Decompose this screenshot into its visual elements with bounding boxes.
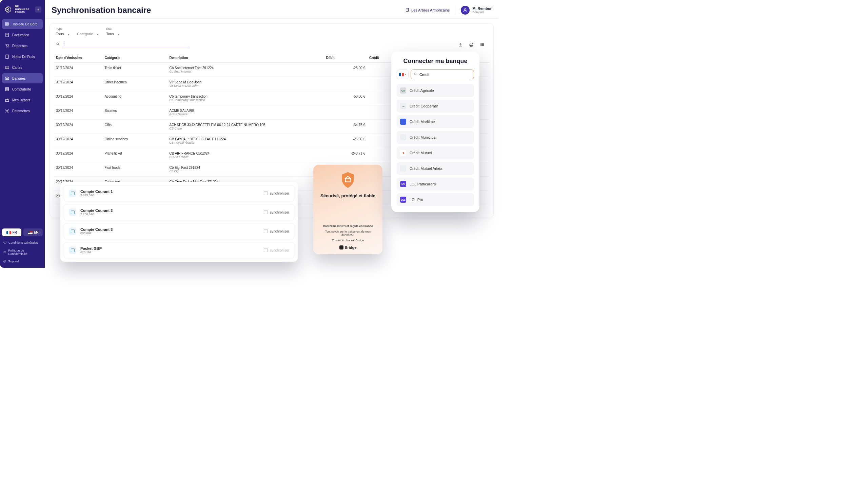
bank-item[interactable]: Crédit Municipal <box>397 131 474 144</box>
sidebar-item-label: Dépenses <box>12 44 27 48</box>
bank-name: Crédit Mutuel Arkéa <box>410 166 442 171</box>
bank-logo-icon: CA <box>400 87 406 94</box>
checkbox-icon <box>264 248 268 252</box>
filter-state-select[interactable]: Tous <box>106 31 120 37</box>
bank-name: LCL Pro <box>410 198 423 202</box>
user-greeting: Bonjour! <box>472 11 492 14</box>
note-icon <box>5 54 9 59</box>
col-debit[interactable]: Débit <box>324 53 367 63</box>
account-icon <box>69 208 76 216</box>
svg-point-18 <box>6 110 8 112</box>
account-name: Pocket GBP <box>80 246 260 251</box>
security-bridge-link[interactable]: En savoir plus sur Bridge <box>332 239 364 242</box>
download-icon[interactable] <box>458 42 463 47</box>
sidebar-item-mes-dépôts[interactable]: Mes Dépôts <box>2 95 43 105</box>
search-input[interactable] <box>66 41 189 45</box>
account-row[interactable]: Compte Courant 22 286,61€synchroniser <box>64 204 294 220</box>
col-description[interactable]: Description <box>167 53 324 63</box>
sidebar-item-dépenses[interactable]: Dépenses <box>2 41 43 51</box>
cell-description: Cb temporary transactionCb Temporary Tra… <box>167 91 324 105</box>
link-support[interactable]: ✆ Support <box>2 258 43 264</box>
bank-item[interactable]: CACrédit Agricole <box>397 84 474 97</box>
bank-item[interactable]: ccCrédit Coopératif <box>397 100 474 113</box>
flag-fr-icon <box>6 231 11 234</box>
sidebar-item-facturation[interactable]: Facturation <box>2 30 43 40</box>
cell-debit: -25.00 € <box>324 63 367 77</box>
cell-category: Gifts <box>102 120 167 134</box>
sidebar-item-banques[interactable]: Banques <box>2 73 43 83</box>
svg-rect-19 <box>406 8 409 12</box>
sidebar-item-notes-de-frais[interactable]: Notes De Frais <box>2 52 43 62</box>
svg-point-8 <box>6 47 7 47</box>
filter-row: Type Tous Catégorie <box>54 27 489 38</box>
user-chip[interactable]: M. Rembur Bonjour! <box>455 6 492 15</box>
help-icon: ⓘ <box>3 240 6 245</box>
sidebar-item-cartes[interactable]: Cartes <box>2 62 43 73</box>
sync-toggle[interactable]: synchroniser <box>264 210 289 214</box>
bank-search-box <box>411 69 474 79</box>
col-category[interactable]: Catégorie <box>102 53 167 63</box>
bank-logo-icon: ◆ <box>400 150 406 156</box>
search-box: | <box>63 40 189 47</box>
lang-en-button[interactable]: EN <box>23 228 43 236</box>
account-balance: 3 075,51€ <box>80 194 260 197</box>
invoice-icon <box>5 33 9 37</box>
col-date[interactable]: Date d'émission <box>54 53 102 63</box>
sync-toggle[interactable]: synchroniser <box>264 191 289 195</box>
brand-logo-icon <box>3 5 13 14</box>
columns-icon[interactable] <box>480 42 485 47</box>
svg-rect-4 <box>7 24 9 26</box>
shield-icon <box>340 172 356 188</box>
bank-item[interactable]: Crédit Mutuel Arkéa <box>397 162 474 175</box>
print-icon[interactable] <box>469 42 474 47</box>
svg-rect-31 <box>482 43 483 46</box>
cell-description: Cb Sncf Internet Fact 291224Cb Sncf Inte… <box>167 63 324 77</box>
bank-item[interactable]: LCLLCL Pro <box>397 193 474 206</box>
security-data-link[interactable]: Tout savoir sur le traitement de mes don… <box>319 230 376 237</box>
page-title: Synchronisation bancaire <box>52 5 151 15</box>
account-row[interactable]: Pocket GBP620,16€synchroniser <box>64 242 294 258</box>
sync-toggle[interactable]: synchroniser <box>264 229 289 233</box>
account-row[interactable]: Compte Courant 3800,00€synchroniser <box>64 223 294 239</box>
sidebar-item-label: Banques <box>12 77 25 80</box>
security-card: Sécurisé, protégé et fiable Conforme RGP… <box>313 165 382 254</box>
bank-item[interactable]: Crédit Maritime <box>397 115 474 128</box>
chevron-right-icon: › <box>353 233 354 237</box>
cell-date: 31/12/2024 <box>54 77 102 91</box>
sidebar-item-label: Facturation <box>12 33 29 37</box>
link-terms[interactable]: ⓘ Conditions Générales <box>2 239 43 246</box>
cell-category: Plane ticket <box>102 148 167 162</box>
search-icon <box>414 72 417 77</box>
company-link[interactable]: Les Arbres Armoricains <box>405 8 450 13</box>
cart-icon <box>5 43 9 48</box>
sidebar-item-tableau-de-bord[interactable]: Tableau De Bord <box>2 19 43 29</box>
sidebar-item-comptabilité[interactable]: Comptabilité <box>2 84 43 94</box>
cell-date: 30/12/2024 <box>54 120 102 134</box>
cell-debit: -50.00 € <box>324 91 367 105</box>
cell-description: CB AIR FRANCE 01/12/24CB Air France <box>167 148 324 162</box>
cell-date: 30/12/2024 <box>54 105 102 120</box>
bank-search-input[interactable] <box>419 73 471 77</box>
flag-us-icon <box>28 231 33 234</box>
avatar <box>461 6 470 15</box>
svg-rect-32 <box>483 43 484 46</box>
sidebar-collapse-button[interactable]: « <box>35 6 41 13</box>
bank-item[interactable]: LCLLCL Particuliers <box>397 178 474 191</box>
cell-debit: -248.71 € <box>324 148 367 162</box>
lang-fr-button[interactable]: FR <box>2 228 21 236</box>
bank-item[interactable]: ◆Crédit Mutuel <box>397 146 474 159</box>
country-select[interactable]: ▾ <box>397 69 409 79</box>
building-icon <box>405 8 409 13</box>
cell-date: 31/12/2024 <box>54 63 102 77</box>
cell-description: ACHAT CB 3X4XCBCETELEM 06.12.24 CARTE NU… <box>167 120 324 134</box>
svg-rect-20 <box>407 9 407 9</box>
filter-category-select[interactable]: Catégorie <box>77 31 99 37</box>
sidebar-item-label: Notes De Frais <box>12 55 35 59</box>
sync-label: synchroniser <box>270 229 289 233</box>
account-row[interactable]: Compte Courant 13 075,51€synchroniser <box>64 185 294 201</box>
link-privacy[interactable]: ⚖ Politique de Confidentialité <box>2 247 43 257</box>
sidebar-item-paramètres[interactable]: Paramètres <box>2 106 43 116</box>
filter-type-select[interactable]: Tous <box>56 31 70 37</box>
svg-rect-1 <box>5 22 7 24</box>
checkbox-icon <box>264 229 268 233</box>
